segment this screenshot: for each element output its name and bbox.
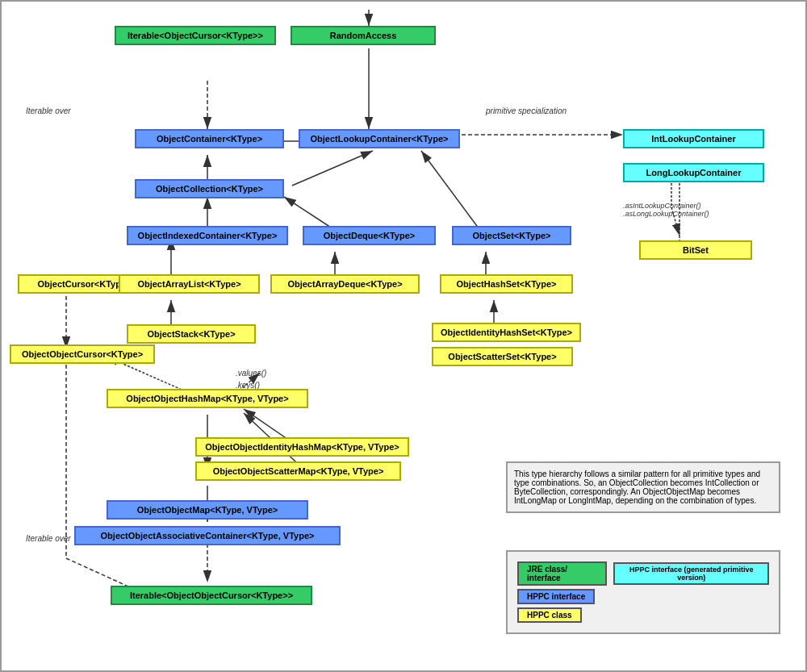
- node-objectobjecthashmap: ObjectObjectHashMap<KType, VType>: [107, 389, 308, 408]
- label-iterable-over-1: Iterable over: [26, 106, 71, 115]
- node-objectcontainer: ObjectContainer<KType>: [135, 129, 284, 148]
- label-values: .values(): [236, 369, 266, 378]
- legend-hppc-class-swatch: HPPC class: [517, 607, 582, 623]
- node-bitset: BitSet: [639, 240, 752, 260]
- node-objectarraylist: ObjectArrayList<KType>: [119, 274, 260, 294]
- node-iterable-objectcursor: Iterable<ObjectCursor<KType>>: [115, 26, 276, 45]
- node-objectarraydeque: ObjectArrayDeque<KType>: [270, 274, 420, 294]
- diagram-container: Iterable<ObjectCursor<KType>> RandomAcce…: [0, 0, 807, 672]
- node-objectobjectidentityhashmap: ObjectObjectIdentityHashMap<KType, VType…: [195, 437, 409, 457]
- node-longlookupcont: LongLookupContainer: [623, 163, 764, 182]
- svg-line-9: [421, 151, 486, 238]
- legend-hppc-generated-swatch: HPPC interface (generated primitive vers…: [613, 562, 769, 585]
- node-objectindexedcont: ObjectIndexedContainer<KType>: [127, 226, 288, 245]
- node-objectscatterset: ObjectScatterSet<KType>: [432, 347, 573, 366]
- node-objectstack: ObjectStack<KType>: [127, 324, 256, 344]
- node-objectobjectscattermap: ObjectObjectScatterMap<KType, VType>: [195, 461, 401, 481]
- info-box: This type hierarchy follows a similar pa…: [506, 461, 780, 513]
- legend-jre: JRE class/ interface HPPC interface (gen…: [517, 561, 769, 586]
- node-objectidentityhashset: ObjectIdentityHashSet<KType>: [432, 323, 581, 342]
- svg-line-6: [292, 151, 373, 186]
- node-objectobjectassociative: ObjectObjectAssociativeContainer<KType, …: [74, 526, 341, 545]
- node-objecthashset: ObjectHashSet<KType>: [440, 274, 573, 294]
- node-objectcollection: ObjectCollection<KType>: [135, 179, 284, 198]
- label-iterable-over-2: Iterable over: [26, 534, 71, 543]
- node-objectdeque: ObjectDeque<KType>: [303, 226, 436, 245]
- node-iterable-objectobjectcursor: Iterable<ObjectObjectCursor<KType>>: [111, 586, 312, 605]
- legend-hppc-interface-swatch: HPPC interface: [517, 589, 595, 604]
- legend-jre-swatch: JRE class/ interface: [517, 561, 607, 586]
- legend-box: JRE class/ interface HPPC interface (gen…: [506, 550, 780, 634]
- label-primitive-specialization: primitive specialization: [486, 106, 567, 115]
- node-intlookupcont: IntLookupContainer: [623, 129, 764, 148]
- node-objectobjectmap: ObjectObjectMap<KType, VType>: [107, 500, 308, 520]
- legend-hppc-interface: HPPC interface: [517, 589, 769, 604]
- label-asint: .asIntLookupContainer() .asLongLookupCon…: [623, 202, 709, 218]
- node-objectlookupcont: ObjectLookupContainer<KType>: [299, 129, 460, 148]
- node-objectset: ObjectSet<KType>: [452, 226, 571, 245]
- node-random-access: RandomAccess: [291, 26, 436, 45]
- legend-hppc-class: HPPC class: [517, 607, 769, 623]
- node-objectobjectcursor: ObjectObjectCursor<KType>: [10, 344, 155, 364]
